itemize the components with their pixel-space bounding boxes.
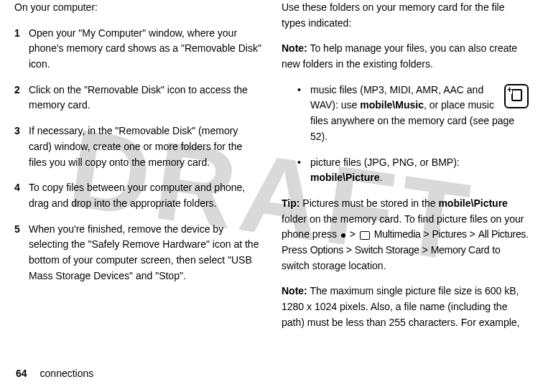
bullet-text: picture files (JPG, PNG, or BMP): mobile… [310,155,529,186]
step-text: When you're finished, remove the device … [29,222,261,284]
bullet-mark: • [297,155,310,186]
tip-paragraph: Tip: Pictures must be stored in the mobi… [282,196,529,274]
gt: > [347,228,358,240]
step-text: Click on the "Removable Disk" icon to ac… [29,83,261,113]
step-5: 5 When you're finished, remove the devic… [14,222,261,284]
menu-multimedia: Multimedia [374,228,421,240]
step-number: 1 [14,26,29,73]
step-number: 4 [14,180,29,211]
page-number: 64 [16,368,27,379]
note-label: Note: [282,42,307,54]
menu-pictures: Pictures [432,228,466,240]
note-2: Note: The maximum single picture file si… [282,284,529,330]
gt: > [419,244,431,256]
step-text: Open your "My Computer" window, where yo… [29,26,261,73]
center-key-icon [341,233,345,238]
right-intro: Use these folders on your memory card fo… [282,0,529,31]
bullet-text: music files (MP3, MIDI, AMR, AAC and WAV… [310,83,529,145]
section-name: connections [40,368,94,379]
gt: > [467,228,478,240]
step-1: 1 Open your "My Computer" window, where … [14,26,261,73]
page-content: On your computer: 1 Open your "My Comput… [0,0,543,340]
bullet-music: • music files (MP3, MIDI, AMR, AAC and W… [282,83,529,145]
step-4: 4 To copy files between your computer an… [14,180,261,211]
left-intro: On your computer: [14,0,261,16]
step-text: If necessary, in the "Removable Disk" (m… [29,123,261,170]
note-1: Note: To help manage your files, you can… [282,41,529,72]
tip-pre: Pictures must be stored in the [300,197,438,209]
menu-all-pictures: All Pictures [478,228,526,240]
tip-bold-path: mobile\Picture [438,197,507,209]
bullet-bold: mobile\Music [360,99,424,111]
gt: > [421,228,432,240]
multimedia-icon [360,231,370,240]
tip-label: Tip: [282,197,300,209]
bullet-mark: • [297,83,310,145]
gt: > [343,244,355,256]
bullet-bold: mobile\Picture [310,172,379,183]
bullet-post: . [379,172,382,183]
note-text: The maximum single picture file size is … [282,285,520,327]
left-column: On your computer: 1 Open your "My Comput… [14,0,261,340]
right-column: Use these folders on your memory card fo… [282,0,529,340]
note-label: Note: [282,285,307,297]
note-text: To help manage your files, you can also … [282,42,517,70]
music-card-icon [504,84,529,108]
menu-options: Options [310,244,343,256]
page-footer: 64connections [16,366,93,382]
bullet-picture: • picture files (JPG, PNG, or BMP): mobi… [282,155,529,186]
step-number: 2 [14,83,29,113]
step-number: 5 [14,222,29,284]
menu-memory-card: Memory Card [431,244,490,256]
menu-switch-storage: Switch Storage [355,244,419,256]
step-3: 3 If necessary, in the "Removable Disk" … [14,123,261,170]
step-2: 2 Click on the "Removable Disk" icon to … [14,83,261,113]
step-text: To copy files between your computer and … [29,180,261,211]
step-number: 3 [14,123,29,170]
bullet-pre: picture files (JPG, PNG, or BMP): [310,157,460,168]
